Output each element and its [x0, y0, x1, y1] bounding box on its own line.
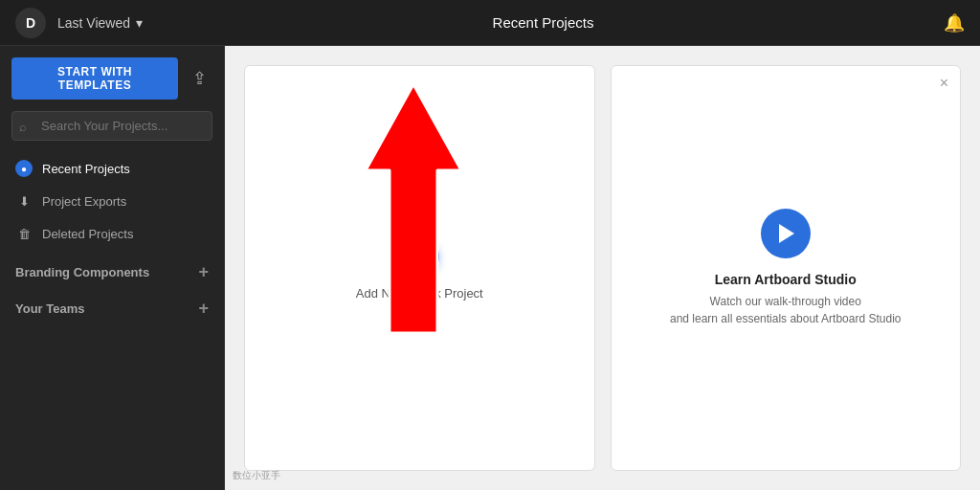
sort-dropdown[interactable]: Last Viewed ▾ — [57, 15, 143, 31]
chevron-down-icon: ▾ — [136, 15, 143, 31]
close-learn-card-button[interactable]: × — [940, 76, 948, 91]
app-logo[interactable]: D — [15, 8, 46, 38]
plus-icon: + — [412, 243, 426, 270]
bell-icon[interactable]: 🔔 — [944, 12, 965, 33]
header-left: D Last Viewed ▾ — [15, 8, 143, 38]
main-layout: START WITH TEMPLATES ⇪ ⌕ ● Recent Projec… — [0, 46, 980, 490]
video-thumbnail[interactable] — [761, 209, 811, 258]
learn-desc-line1: Watch our walk-through video — [710, 295, 861, 308]
project-exports-label: Project Exports — [42, 194, 126, 209]
sidebar-item-recent-projects[interactable]: ● Recent Projects — [0, 152, 224, 185]
search-box: ⌕ — [11, 111, 212, 141]
content-area: + Add New Blank Project × Learn Artboard… — [225, 46, 980, 490]
project-exports-icon: ⬇ — [15, 192, 33, 210]
header-title: Recent Projects — [493, 14, 594, 31]
dropdown-label: Last Viewed — [57, 15, 130, 31]
header-right: 🔔 — [944, 12, 965, 33]
deleted-projects-label: Deleted Projects — [42, 227, 133, 241]
sidebar-item-deleted-projects[interactable]: 🗑 Deleted Projects — [0, 217, 224, 250]
sidebar-item-project-exports[interactable]: ⬇ Project Exports — [0, 185, 224, 217]
your-teams-add-button[interactable]: + — [198, 300, 209, 317]
add-project-button[interactable]: + — [399, 236, 439, 277]
branding-components-section: Branding Components + — [0, 254, 224, 286]
app-header: D Last Viewed ▾ Recent Projects 🔔 — [0, 0, 980, 46]
your-teams-section: Your Teams + — [0, 290, 224, 323]
recent-projects-label: Recent Projects — [42, 162, 130, 176]
logo-letter: D — [26, 15, 35, 31]
start-with-templates-button[interactable]: START WITH TEMPLATES — [11, 57, 178, 100]
branding-components-add-button[interactable]: + — [198, 263, 209, 280]
add-project-label: Add New Blank Project — [356, 286, 483, 301]
search-input[interactable] — [11, 111, 212, 141]
learn-artboard-card: × Learn Artboard Studio Watch our walk-t… — [611, 65, 962, 471]
search-icon: ⌕ — [19, 119, 27, 133]
learn-desc-line2: and learn all essentials about Artboard … — [670, 312, 902, 325]
trash-icon: 🗑 — [15, 225, 33, 242]
your-teams-label: Your Teams — [15, 301, 84, 316]
watermark: 数位小亚手 — [233, 469, 280, 482]
sidebar: START WITH TEMPLATES ⇪ ⌕ ● Recent Projec… — [0, 46, 225, 490]
sidebar-top: START WITH TEMPLATES ⇪ — [0, 57, 224, 111]
play-icon — [779, 224, 794, 243]
learn-desc: Watch our walk-through video and learn a… — [670, 293, 902, 327]
recent-projects-icon: ● — [15, 160, 33, 177]
branding-components-label: Branding Components — [15, 265, 149, 279]
add-blank-project-card: + Add New Blank Project — [244, 65, 595, 471]
import-icon[interactable]: ⇪ — [186, 65, 212, 92]
learn-title: Learn Artboard Studio — [715, 272, 857, 287]
